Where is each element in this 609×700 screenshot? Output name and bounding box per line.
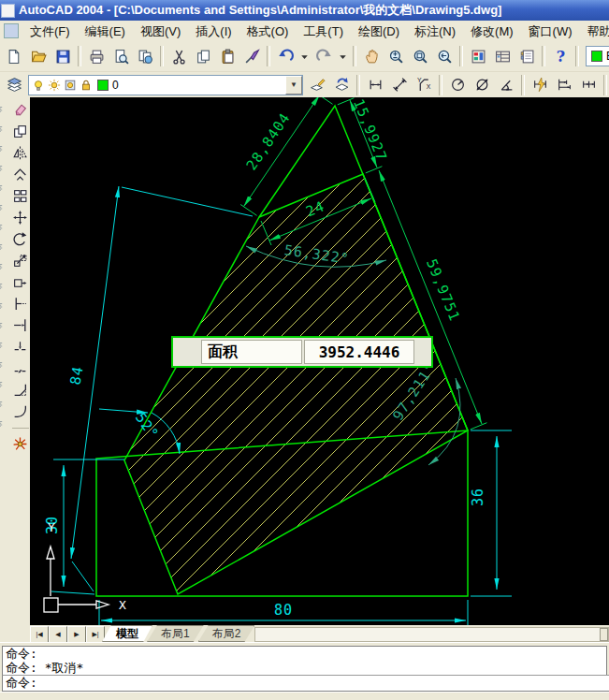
draw-insert-block-button[interactable]	[0, 315, 9, 335]
layer-translate-button[interactable]	[305, 73, 329, 97]
command-prompt[interactable]: 命令:	[2, 675, 609, 692]
move-button[interactable]	[10, 207, 31, 228]
draw-hatch-button[interactable]	[0, 374, 9, 394]
menu-file[interactable]: 文件(F)	[22, 22, 78, 41]
layer-previous-button[interactable]	[329, 73, 354, 97]
layer-dropdown-button[interactable]: ▼	[285, 76, 302, 95]
extend-button[interactable]	[10, 314, 31, 336]
quick-dimension-button[interactable]	[528, 73, 552, 97]
help-button[interactable]	[548, 44, 573, 68]
array-button[interactable]	[10, 185, 31, 207]
zoom-window-button[interactable]	[408, 44, 432, 68]
sun-icon[interactable]	[48, 79, 61, 92]
draw-multiline-text-button[interactable]	[0, 414, 9, 433]
paste-button[interactable]	[215, 44, 239, 68]
match-properties-button[interactable]	[239, 44, 264, 68]
offset-button[interactable]	[10, 164, 31, 185]
draw-circle-button[interactable]	[0, 217, 9, 237]
dim-angular-button[interactable]	[494, 73, 518, 97]
tab-layout1[interactable]: 布局1	[147, 625, 204, 642]
menu-help[interactable]: 帮助(H)	[580, 22, 609, 41]
chamfer-button[interactable]	[10, 379, 31, 401]
menu-format[interactable]: 格式(O)	[239, 22, 297, 41]
dim-radius-button[interactable]	[445, 73, 470, 97]
designcenter-button[interactable]	[490, 44, 515, 68]
cut-button[interactable]	[167, 44, 191, 68]
erase-button[interactable]	[10, 99, 31, 121]
new-file-button[interactable]	[2, 44, 26, 68]
layer-properties-manager-button[interactable]	[2, 73, 26, 97]
stretch-button[interactable]	[10, 271, 31, 293]
new-file-icon	[7, 49, 22, 65]
tab-nav-first-button[interactable]: |◀	[30, 626, 49, 643]
dim-linear-button[interactable]	[363, 73, 387, 97]
dim-ordinate-button[interactable]	[412, 73, 436, 97]
redo-button[interactable]	[312, 44, 336, 68]
bulb-icon[interactable]	[32, 79, 45, 92]
undo-button[interactable]	[273, 44, 297, 68]
undo-dropdown-button[interactable]	[297, 44, 312, 68]
explode-button[interactable]	[10, 433, 31, 455]
tab-nav-last-button[interactable]: ▶|	[86, 626, 105, 643]
draw-polygon-button[interactable]	[0, 158, 9, 178]
publish-button[interactable]	[133, 44, 157, 68]
dim-aligned-button[interactable]	[387, 73, 412, 97]
dim-baseline-button[interactable]	[552, 73, 576, 97]
break-button[interactable]	[10, 357, 31, 379]
tab-model[interactable]: 模型	[102, 625, 152, 642]
command-window: 命令:命令: *取消* 命令:	[0, 642, 609, 700]
draw-point-button[interactable]	[0, 355, 9, 374]
tab-nav-previous-button[interactable]: ◀	[49, 626, 67, 643]
menu-window[interactable]: 窗口(W)	[521, 22, 580, 41]
draw-construction-line-button[interactable]	[0, 119, 9, 139]
fillet-button[interactable]	[10, 401, 31, 422]
draw-rectangle-button[interactable]	[0, 178, 9, 197]
zoom-previous-button[interactable]	[432, 44, 457, 68]
print-preview-button[interactable]	[109, 44, 133, 68]
scale-button[interactable]	[10, 250, 31, 271]
tab-scrollbar[interactable]	[254, 627, 609, 642]
menu-draw[interactable]: 绘图(D)	[351, 22, 407, 41]
mirror-button[interactable]	[10, 142, 31, 164]
redo-dropdown-button[interactable]	[336, 44, 350, 68]
draw-spline-button[interactable]	[0, 256, 9, 276]
zoom-realtime-button[interactable]	[384, 44, 408, 68]
properties-button[interactable]	[466, 44, 490, 68]
draw-polyline-button[interactable]	[0, 139, 9, 158]
break-at-point-button[interactable]	[10, 336, 31, 357]
command-history[interactable]: 命令:命令: *取消*	[2, 646, 607, 676]
draw-line-button[interactable]	[0, 99, 9, 119]
lock-icon[interactable]	[80, 79, 93, 92]
tab-nav-next-button[interactable]: ▶	[67, 626, 86, 643]
menu-view[interactable]: 视图(V)	[133, 22, 188, 41]
rotate-button[interactable]	[10, 228, 31, 250]
draw-ellipse-arc-button[interactable]	[0, 296, 9, 315]
title-bar[interactable]: AutoCAD 2004 - [C:\Documents and Setting…	[0, 0, 609, 21]
draw-ellipse-button[interactable]	[0, 276, 9, 296]
draw-revision-cloud-button[interactable]	[0, 237, 9, 256]
tab-layout2[interactable]: 布局2	[198, 625, 255, 642]
dim-continue-button[interactable]	[576, 73, 601, 97]
layer-control[interactable]: 0 ▼	[28, 75, 303, 95]
trim-button[interactable]	[10, 293, 31, 314]
menu-edit[interactable]: 编辑(E)	[78, 22, 133, 41]
menu-dimension[interactable]: 标注(N)	[407, 22, 463, 41]
menu-insert[interactable]: 插入(I)	[188, 22, 239, 41]
print-button[interactable]	[84, 44, 109, 68]
copy-button[interactable]	[191, 44, 215, 68]
menu-tools[interactable]: 工具(T)	[296, 22, 351, 41]
area-tooltip: 面积 3952.4446	[171, 336, 433, 368]
tab-scrollbar-grip[interactable]	[600, 628, 608, 641]
tool-palettes-button[interactable]	[515, 44, 539, 68]
draw-make-block-button[interactable]	[0, 335, 9, 355]
menu-modify[interactable]: 修改(M)	[463, 22, 521, 41]
viewport-freeze-icon[interactable]	[64, 79, 77, 92]
open-file-button[interactable]	[26, 44, 51, 68]
draw-region-button[interactable]	[0, 394, 9, 414]
dim-diameter-button[interactable]	[470, 73, 494, 97]
pan-realtime-button[interactable]	[359, 44, 384, 68]
copy-object-button[interactable]	[10, 121, 31, 142]
color-control[interactable]: ByLayer	[586, 46, 609, 66]
draw-arc-button[interactable]	[0, 197, 9, 217]
save-button[interactable]	[51, 44, 75, 68]
